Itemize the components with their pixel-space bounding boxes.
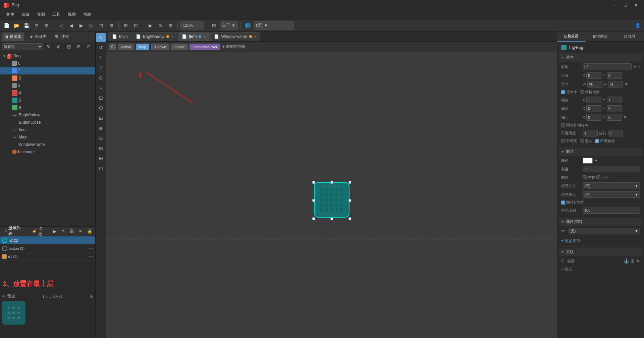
layer-n1[interactable]: n1 {2} • • — [0, 252, 95, 261]
open-button[interactable]: 📂 — [12, 21, 21, 30]
new-button[interactable]: 📄 — [2, 21, 11, 30]
tree-windowframe[interactable]: — WindowFrame — [0, 141, 95, 148]
handle-tl[interactable] — [312, 181, 315, 184]
menu-resource[interactable]: 资源 — [34, 10, 48, 19]
tool-crop[interactable]: ⊡ — [96, 93, 106, 103]
skew-y-input[interactable]: 0 — [607, 105, 622, 112]
tree-3[interactable]: 3 — [0, 82, 95, 89]
name-input[interactable]: n2 — [583, 63, 632, 70]
size-dropdown[interactable]: ▼ — [624, 82, 628, 87]
pkg-btn3[interactable]: ⊞ — [74, 42, 83, 51]
favorites-tab[interactable]: ★ 收藏夹 — [27, 33, 49, 41]
tree-bagwindow[interactable]: — BagWindow — [0, 111, 95, 119]
menu-tools[interactable]: 工具 — [49, 10, 64, 19]
layer-lock[interactable]: 🔒 — [86, 228, 93, 235]
expand-icon[interactable]: ⊞ — [631, 258, 635, 264]
stop-button[interactable]: ⊙ — [156, 21, 165, 30]
tree-main[interactable]: — Main — [0, 133, 95, 141]
tree-5[interactable]: 5 — [0, 97, 95, 104]
handle-br[interactable] — [348, 217, 351, 220]
tb-btn-14[interactable]: ⊞ — [166, 21, 175, 30]
tree-buttonclose[interactable]: — ButtonClose — [0, 119, 95, 126]
menu-file[interactable]: 文件 — [3, 10, 17, 19]
user-button[interactable]: 👤 — [633, 21, 642, 30]
search-tab[interactable]: 🔍 搜索 — [52, 33, 72, 41]
inspector-tab[interactable]: ⊡ 检查器 — [557, 32, 586, 42]
fill-ratio-input[interactable]: 100 — [583, 207, 640, 214]
color-dropdown[interactable]: ▼ — [594, 158, 598, 163]
tool-unknown5[interactable]: ⊠ — [96, 144, 106, 153]
layer-link[interactable]: ⛓ — [68, 228, 76, 235]
tb-btn-10[interactable]: ⊡ — [97, 21, 106, 30]
pivot-dropdown[interactable]: ▼ — [623, 115, 627, 120]
gray-check[interactable]: 变灰 — [580, 138, 592, 144]
tb-btn-13[interactable]: ⊡ — [131, 21, 140, 30]
skew-x-input[interactable]: 0 — [586, 105, 601, 112]
tab-main[interactable]: 📄 Main — [108, 32, 131, 41]
tb-btn-9[interactable]: ▷ — [87, 21, 96, 30]
preview-settings-icon[interactable]: ⚙ — [90, 294, 93, 299]
layer-add[interactable]: ✎ — [60, 228, 67, 235]
wf-tab-close[interactable]: ✕ — [254, 35, 257, 39]
add-control-button[interactable]: + 增加控制器 — [222, 44, 246, 50]
play-button[interactable]: ▶ — [146, 21, 155, 30]
prop-ctrl-header[interactable]: ▼ 属性控制 — [559, 218, 642, 226]
more-controls-label[interactable]: + 更多控制 — [561, 238, 581, 244]
tb-btn-7[interactable]: ◀ — [67, 21, 75, 30]
tool-rotate[interactable]: ↺ — [96, 43, 106, 52]
maximize-button[interactable]: □ — [621, 2, 630, 8]
keep-ratio-check[interactable]: 保持比例 — [580, 90, 600, 95]
menu-edit[interactable]: 编辑 — [18, 10, 33, 19]
canvas-viewport[interactable]: 1 2 — [106, 52, 557, 338]
layer-n2[interactable]: n2 {1} • • — [0, 236, 95, 244]
size-w-input[interactable]: 90 — [587, 81, 602, 88]
bw-tab-close[interactable]: ✕ — [171, 35, 174, 39]
pivot-x-input[interactable]: 0 — [586, 114, 601, 121]
anim-state-3[interactable]: 3:selectedOver — [190, 44, 220, 50]
tool-shape[interactable]: ⬡ — [96, 103, 106, 113]
handle-ml[interactable] — [312, 199, 315, 202]
opacity-input[interactable]: 1 — [583, 130, 598, 136]
canvas-item[interactable] — [313, 181, 350, 218]
as-anchor-check[interactable]: 同时作为锚点 — [561, 123, 588, 128]
tb-btn-4[interactable]: ⊟ — [32, 21, 41, 30]
pivot-y-input[interactable]: 0 — [607, 114, 622, 121]
tool-text[interactable]: T — [96, 53, 106, 62]
menu-view[interactable]: 视图 — [64, 10, 79, 19]
scene-dropdown[interactable]: (无) ▼ — [254, 21, 294, 30]
brightness-input[interactable]: 255 — [583, 166, 640, 172]
flip-ud-check[interactable]: 上下 — [596, 175, 609, 180]
container-close-icon[interactable]: ✕ — [636, 258, 640, 264]
tool-unknown1[interactable]: ⊕ — [96, 73, 106, 82]
name-dropdown[interactable]: ▼ — [633, 64, 637, 69]
pkg-btn1[interactable]: ◎ — [54, 42, 63, 51]
scale-y-input[interactable]: 1 — [607, 97, 622, 103]
pkg-btn2[interactable]: ▤ — [64, 42, 73, 51]
flip-lr-check[interactable]: 左右 — [583, 175, 595, 180]
orig-size-check[interactable]: ✓ 原大小 — [561, 90, 577, 95]
invisible-check[interactable]: 不可见 — [561, 138, 577, 144]
tool-unknown7[interactable]: ⊡ — [96, 164, 106, 173]
tool-unknown6[interactable]: ⊞ — [96, 154, 106, 163]
item-tab-close[interactable]: ✕ — [203, 35, 206, 39]
size-h-input[interactable]: 91 — [608, 81, 623, 88]
relation-header[interactable]: ▼ 关联 — [559, 248, 642, 256]
rotation-input[interactable]: 0 — [608, 130, 623, 136]
tb-btn-11[interactable]: ⊞ — [107, 21, 116, 30]
handle-bl[interactable] — [312, 217, 315, 220]
tool-unknown4[interactable]: ⊙ — [96, 133, 106, 143]
notouch-check[interactable]: ✓ 不可触摸 — [595, 138, 615, 144]
anchor-icon[interactable]: ⚓ — [624, 258, 629, 264]
layer-button[interactable]: button {3} • • — [0, 244, 95, 252]
save-button[interactable]: 💾 — [22, 21, 31, 30]
tb-btn-16[interactable]: 🌐 — [244, 21, 252, 30]
clockwise-check[interactable]: ✓ 顺时针方向 — [561, 200, 585, 205]
tab-windowframe[interactable]: 📄 WindowFrame ✕ — [210, 32, 260, 41]
tree-0[interactable]: 0 — [0, 60, 95, 67]
tree-item[interactable]: — Item — [0, 126, 95, 133]
fill-method-dropdown[interactable]: (无) ▼ — [583, 182, 640, 189]
image-header[interactable]: ▼ 图片 — [559, 148, 642, 156]
tool-text2[interactable]: T — [96, 63, 106, 72]
tree-8[interactable]: 8 — [0, 104, 95, 111]
tb-btn-12[interactable]: ⊞ — [121, 21, 130, 30]
